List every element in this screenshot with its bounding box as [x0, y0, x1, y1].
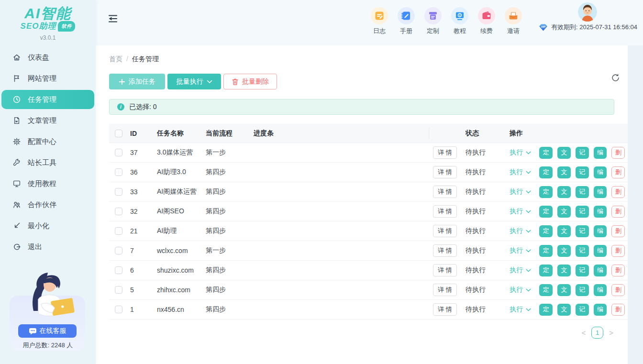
row-checkbox[interactable] — [115, 286, 122, 294]
action-delete-button[interactable]: 删 — [611, 245, 625, 257]
row-checkbox[interactable] — [115, 188, 122, 196]
row-checkbox[interactable] — [115, 306, 122, 313]
sidebar-item-webmaster-tools[interactable]: 站长工具 — [1, 153, 94, 172]
quicklink-renew[interactable]: 续费 — [473, 7, 500, 35]
quicklink-invite[interactable]: 邀请 — [500, 7, 527, 35]
quicklink-manual[interactable]: 手册 — [393, 7, 420, 35]
action-edit-button[interactable]: 编 — [594, 186, 607, 198]
action-edit-button[interactable]: 编 — [594, 304, 607, 316]
next-page-button[interactable]: > — [609, 329, 613, 337]
sidebar-item-partners[interactable]: 合作伙伴 — [1, 195, 94, 214]
action-delete-button[interactable]: 删 — [611, 304, 625, 316]
action-article-button[interactable]: 文 — [557, 166, 571, 178]
action-record-button[interactable]: 记 — [576, 304, 589, 316]
execute-dropdown[interactable]: 执行 — [510, 168, 532, 176]
detail-button[interactable]: 详 情 — [433, 186, 457, 198]
action-article-button[interactable]: 文 — [557, 206, 571, 218]
action-schedule-button[interactable]: 定 — [539, 225, 553, 237]
execute-dropdown[interactable]: 执行 — [510, 246, 532, 255]
row-checkbox[interactable] — [115, 208, 122, 215]
collapse-sidebar-icon[interactable] — [107, 13, 119, 24]
action-record-button[interactable]: 记 — [576, 284, 589, 296]
action-delete-button[interactable]: 删 — [611, 186, 625, 198]
action-record-button[interactable]: 记 — [576, 166, 589, 178]
sidebar-item-tutorials[interactable]: 使用教程 — [1, 174, 94, 193]
action-record-button[interactable]: 记 — [576, 147, 589, 159]
sidebar-item-minimize[interactable]: 最小化 — [1, 216, 94, 235]
row-checkbox[interactable] — [115, 227, 122, 235]
row-checkbox[interactable] — [115, 247, 122, 254]
sidebar-item-settings[interactable]: 配置中心 — [1, 132, 94, 151]
batch-delete-button[interactable]: 批量删除 — [223, 74, 277, 89]
action-schedule-button[interactable]: 定 — [539, 284, 553, 296]
execute-dropdown[interactable]: 执行 — [510, 227, 532, 235]
detail-button[interactable]: 详 情 — [433, 244, 457, 257]
detail-button[interactable]: 详 情 — [433, 264, 457, 276]
row-checkbox[interactable] — [115, 149, 122, 156]
action-schedule-button[interactable]: 定 — [539, 147, 553, 159]
action-delete-button[interactable]: 删 — [611, 225, 625, 237]
quicklink-customize[interactable]: 定制 — [420, 7, 446, 35]
execute-dropdown[interactable]: 执行 — [510, 266, 532, 275]
select-all-checkbox[interactable] — [115, 130, 122, 137]
action-schedule-button[interactable]: 定 — [539, 304, 553, 316]
action-edit-button[interactable]: 编 — [594, 265, 607, 276]
sidebar-item-tasks[interactable]: 任务管理 — [1, 90, 94, 109]
breadcrumb-home[interactable]: 首页 — [109, 55, 122, 64]
quicklink-tutorials[interactable]: 教程 — [446, 7, 473, 35]
action-article-button[interactable]: 文 — [557, 225, 571, 237]
execute-dropdown[interactable]: 执行 — [510, 305, 532, 314]
prev-page-button[interactable]: < — [581, 329, 586, 337]
detail-button[interactable]: 详 情 — [433, 303, 457, 316]
detail-button[interactable]: 详 情 — [433, 205, 457, 218]
execute-dropdown[interactable]: 执行 — [510, 207, 532, 216]
sidebar-item-websites[interactable]: 网站管理 — [1, 69, 94, 88]
execute-dropdown[interactable]: 执行 — [510, 188, 532, 196]
action-record-button[interactable]: 记 — [576, 245, 589, 257]
detail-button[interactable]: 详 情 — [433, 166, 457, 178]
sidebar-item-logout[interactable]: 退出 — [1, 237, 94, 256]
action-article-button[interactable]: 文 — [557, 245, 571, 257]
action-schedule-button[interactable]: 定 — [539, 245, 553, 257]
action-delete-button[interactable]: 删 — [611, 206, 625, 218]
refresh-icon[interactable] — [611, 73, 620, 82]
action-record-button[interactable]: 记 — [576, 265, 589, 276]
sidebar-item-articles[interactable]: 文章管理 — [1, 111, 94, 130]
quicklink-logs[interactable]: 日志 — [366, 7, 393, 35]
execute-dropdown[interactable]: 执行 — [510, 148, 532, 157]
action-delete-button[interactable]: 删 — [611, 265, 625, 276]
action-article-button[interactable]: 文 — [557, 147, 571, 159]
add-task-button[interactable]: 添加任务 — [109, 74, 165, 89]
detail-button[interactable]: 详 情 — [433, 225, 457, 237]
action-schedule-button[interactable]: 定 — [539, 265, 553, 276]
action-record-button[interactable]: 记 — [576, 186, 589, 198]
action-edit-button[interactable]: 编 — [594, 245, 607, 257]
online-support-button[interactable]: 在线客服 — [18, 324, 77, 338]
execute-dropdown[interactable]: 执行 — [510, 286, 532, 294]
action-edit-button[interactable]: 编 — [594, 147, 607, 159]
action-article-button[interactable]: 文 — [557, 186, 571, 198]
row-checkbox[interactable] — [115, 168, 122, 176]
action-delete-button[interactable]: 删 — [611, 147, 625, 159]
action-schedule-button[interactable]: 定 — [539, 206, 553, 218]
batch-execute-button[interactable]: 批量执行 — [167, 74, 221, 89]
avatar[interactable] — [578, 2, 597, 22]
current-page-button[interactable]: 1 — [591, 327, 603, 339]
action-article-button[interactable]: 文 — [557, 284, 571, 296]
row-checkbox[interactable] — [115, 266, 122, 274]
action-edit-button[interactable]: 编 — [594, 166, 607, 178]
detail-button[interactable]: 详 情 — [433, 146, 457, 159]
action-edit-button[interactable]: 编 — [594, 206, 607, 218]
action-schedule-button[interactable]: 定 — [539, 186, 553, 198]
action-edit-button[interactable]: 编 — [594, 284, 607, 296]
action-article-button[interactable]: 文 — [557, 304, 571, 316]
action-delete-button[interactable]: 删 — [611, 166, 625, 178]
action-article-button[interactable]: 文 — [557, 265, 571, 276]
action-delete-button[interactable]: 删 — [611, 284, 625, 296]
action-record-button[interactable]: 记 — [576, 206, 589, 218]
action-edit-button[interactable]: 编 — [594, 225, 607, 237]
sidebar-item-dashboard[interactable]: 仪表盘 — [1, 48, 94, 67]
action-record-button[interactable]: 记 — [576, 225, 589, 237]
action-schedule-button[interactable]: 定 — [539, 166, 553, 178]
detail-button[interactable]: 详 情 — [433, 284, 457, 296]
